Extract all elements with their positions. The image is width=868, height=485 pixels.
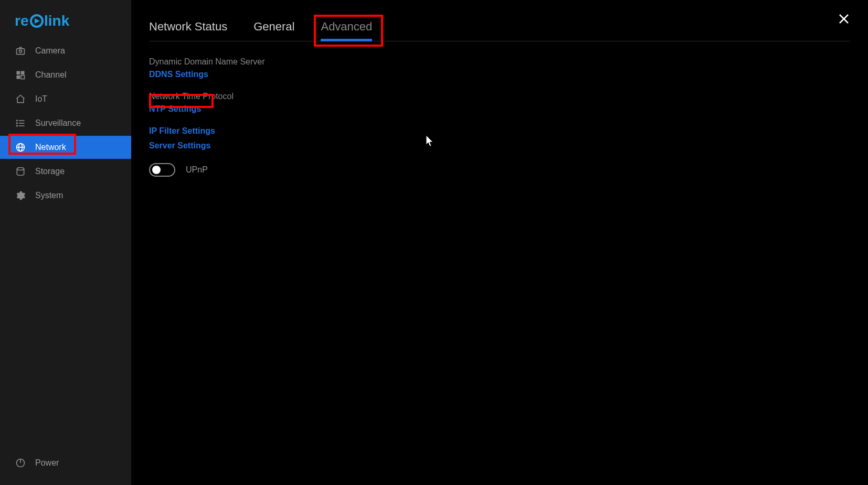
disk-icon bbox=[15, 166, 26, 177]
sidebar-item-label: Camera bbox=[35, 46, 65, 56]
upnp-row: UPnP bbox=[149, 163, 850, 177]
sidebar-item-label: IoT bbox=[35, 94, 47, 104]
list-icon bbox=[15, 117, 26, 129]
camera-icon bbox=[15, 45, 26, 57]
upnp-toggle[interactable] bbox=[149, 163, 175, 177]
svg-rect-6 bbox=[21, 71, 25, 75]
main-content: Network Status General Advanced Dynamic … bbox=[131, 0, 868, 485]
sidebar-bottom: Power bbox=[0, 451, 131, 485]
tab-bar: Network Status General Advanced bbox=[149, 15, 850, 41]
sidebar-item-label: Storage bbox=[35, 167, 65, 176]
svg-rect-8 bbox=[21, 76, 25, 79]
grid-icon bbox=[15, 69, 26, 81]
ip-filter-settings-link[interactable]: IP Filter Settings bbox=[149, 126, 215, 136]
svg-rect-3 bbox=[17, 49, 25, 55]
svg-point-13 bbox=[17, 123, 18, 124]
sidebar-item-iot[interactable]: IoT bbox=[0, 88, 131, 111]
tab-advanced[interactable]: Advanced bbox=[321, 15, 372, 41]
svg-point-4 bbox=[19, 50, 22, 52]
brand-logo: re link bbox=[0, 8, 131, 39]
svg-point-18 bbox=[17, 168, 24, 170]
ntp-settings-link[interactable]: NTP Settings bbox=[149, 104, 201, 114]
sidebar-item-system[interactable]: System bbox=[0, 184, 131, 207]
sidebar-item-label: System bbox=[35, 191, 63, 200]
sidebar-item-storage[interactable]: Storage bbox=[0, 160, 131, 183]
server-settings-link[interactable]: Server Settings bbox=[149, 141, 210, 150]
svg-rect-7 bbox=[17, 76, 20, 79]
upnp-label: UPnP bbox=[186, 165, 208, 175]
sidebar-item-power[interactable]: Power bbox=[0, 451, 131, 475]
svg-rect-5 bbox=[17, 71, 20, 75]
sidebar-item-label: Power bbox=[35, 458, 59, 468]
ddns-heading: Dynamic Domain Name Server bbox=[149, 57, 850, 67]
sidebar-item-label: Surveillance bbox=[35, 118, 81, 128]
advanced-panel: Dynamic Domain Name Server DDNS Settings… bbox=[149, 41, 850, 177]
gear-icon bbox=[15, 190, 26, 201]
sidebar: re link Camera Channel IoT bbox=[0, 0, 131, 485]
svg-point-12 bbox=[17, 120, 18, 121]
ntp-heading: Network Time Protocol bbox=[149, 92, 850, 101]
sidebar-item-label: Network bbox=[35, 143, 66, 152]
svg-point-14 bbox=[17, 125, 18, 126]
sidebar-item-channel[interactable]: Channel bbox=[0, 63, 131, 87]
sidebar-nav: Camera Channel IoT Surveillance Network bbox=[0, 39, 131, 207]
tab-network-status[interactable]: Network Status bbox=[149, 15, 227, 41]
svg-text:link: link bbox=[44, 13, 70, 29]
sidebar-item-camera[interactable]: Camera bbox=[0, 39, 131, 62]
globe-icon bbox=[15, 142, 26, 153]
home-icon bbox=[15, 93, 26, 105]
power-icon bbox=[15, 457, 26, 469]
tab-general[interactable]: General bbox=[253, 15, 294, 41]
toggle-knob bbox=[152, 166, 161, 174]
svg-text:re: re bbox=[15, 13, 28, 29]
sidebar-item-surveillance[interactable]: Surveillance bbox=[0, 112, 131, 135]
ddns-settings-link[interactable]: DDNS Settings bbox=[149, 70, 208, 79]
sidebar-item-network[interactable]: Network bbox=[0, 136, 131, 159]
sidebar-item-label: Channel bbox=[35, 70, 67, 80]
